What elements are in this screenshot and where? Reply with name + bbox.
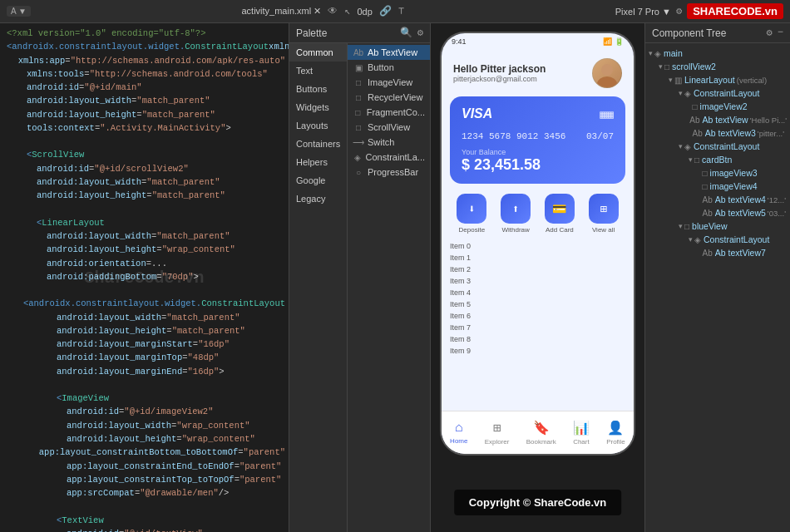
- tree-item-constraintlayout2[interactable]: ▾ ◈ ConstraintLayout: [645, 140, 790, 153]
- balance-label: Your Balance: [462, 148, 614, 156]
- tree-item-label: Ab textView3: [705, 128, 756, 138]
- tree-item-imageview4[interactable]: □ imageView4: [645, 180, 790, 193]
- ab-icon: Ab: [693, 129, 703, 138]
- nav-home[interactable]: ⌂ Home: [450, 421, 467, 445]
- palette-item-progressbar[interactable]: ○ ProgressBar: [348, 165, 430, 180]
- tree-item-label: ConstraintLayout: [694, 88, 759, 98]
- tree-item-label: main: [664, 48, 683, 58]
- category-buttons[interactable]: Buttons: [289, 80, 347, 98]
- card-expiry: 03/07: [586, 131, 614, 141]
- expand-icon: [699, 249, 701, 257]
- palette-item-textview[interactable]: Ab Ab TextView: [348, 45, 430, 60]
- palette-panel: Palette 🔍 ⚙ Common Text Buttons Widgets …: [289, 23, 431, 532]
- tree-item-main[interactable]: ▾ ◈ main: [645, 47, 790, 60]
- expand-icon: [699, 209, 701, 217]
- xml-badge[interactable]: A ▼: [7, 6, 31, 17]
- deposit-icon: ⬇: [457, 194, 486, 224]
- category-widgets[interactable]: Widgets: [289, 98, 347, 116]
- palette-item-scrollview[interactable]: □ ScrollView: [348, 120, 430, 135]
- eye-icon[interactable]: 👁: [328, 5, 338, 17]
- cursor-icon[interactable]: ↖: [344, 5, 350, 17]
- category-common[interactable]: Common: [289, 43, 347, 62]
- tree-item-label: imageView4: [710, 181, 758, 191]
- action-addcard[interactable]: 💳 Add Card: [545, 194, 575, 234]
- palette-item-button[interactable]: ▣ Button: [348, 60, 430, 75]
- palette-item-label: RecyclerView: [368, 92, 422, 102]
- tree-item-textview3[interactable]: Ab Ab textView3 'pitter...': [645, 126, 790, 140]
- card-top: VISA ▦▦: [462, 106, 614, 121]
- component-tree: Component Tree ⚙ − ▾ ◈ main ▾: [644, 23, 790, 532]
- expand-icon: ▾: [649, 49, 653, 57]
- action-deposit[interactable]: ⬇ Deposite: [457, 194, 486, 234]
- link-icon[interactable]: 🔗: [379, 5, 392, 17]
- tree-item-textview4[interactable]: Ab Ab textView4 '12...': [645, 193, 790, 206]
- ab-icon: Ab: [703, 209, 713, 218]
- settings-icon[interactable]: ⚙: [417, 27, 423, 39]
- tree-item-constraintlayout1[interactable]: ▾ ◈ ConstraintLayout: [645, 86, 790, 100]
- category-layouts[interactable]: Layouts: [289, 116, 347, 135]
- list-item: Item 3: [450, 275, 625, 287]
- align-icon[interactable]: ⊤: [398, 5, 404, 17]
- tree-item-textview5[interactable]: Ab Ab textView5 '03...': [645, 206, 790, 219]
- tree-item-textview-hello[interactable]: Ab Ab textView 'Hello Pi...': [645, 113, 790, 126]
- action-viewall[interactable]: ⊞ View all: [589, 194, 619, 234]
- tree-item-linearlayout[interactable]: ▾ ▥ LinearLayout (vertical): [645, 73, 790, 86]
- search-icon[interactable]: 🔍: [400, 27, 412, 39]
- tree-settings-icon[interactable]: ⚙: [767, 27, 773, 39]
- tree-item-label: Ab textView5: [715, 208, 766, 218]
- phone-status-icons: 📶 🔋: [603, 37, 624, 46]
- category-google[interactable]: Google: [289, 171, 347, 190]
- tree-item-blueview[interactable]: ▾ □ blueView: [645, 219, 790, 233]
- palette-item-fragmentcontainer[interactable]: □ FragmentCo...: [348, 105, 430, 120]
- tree-item-imageview3[interactable]: □ imageView3: [645, 166, 790, 180]
- nav-profile[interactable]: 👤 Profile: [606, 420, 625, 446]
- avatar-image: [593, 59, 621, 87]
- tree-item-constraintlayout3[interactable]: ▾ ◈ ConstraintLayout: [645, 233, 790, 246]
- list-item: Item 9: [450, 345, 625, 357]
- device-label[interactable]: Pixel 7 Pro ▼: [615, 7, 671, 17]
- tree-item-label: blueView: [692, 221, 727, 231]
- palette-item-constraintlayout[interactable]: ◈ ConstraintLa...: [348, 150, 430, 165]
- file-label[interactable]: activity_main.xml ✕: [241, 6, 321, 17]
- code-line: [0, 500, 289, 513]
- code-content[interactable]: <?xml version="1.0" encoding="utf-8"?> <…: [0, 23, 289, 532]
- greeting-email: pitterjackson@gmail.com: [453, 75, 546, 83]
- ab-icon: Ab: [689, 116, 699, 125]
- code-line: app:layout_constraintEnd_toEndOf="parent…: [0, 460, 289, 473]
- tree-item-cardbtn[interactable]: ▾ □ cardBtn: [645, 153, 790, 166]
- tree-item-label: imageView3: [710, 168, 758, 178]
- constraint-icon: ◈: [684, 142, 691, 151]
- category-legacy[interactable]: Legacy: [289, 190, 347, 208]
- code-line: android:layout_height="match_parent": [0, 189, 289, 202]
- palette-item-recyclerview[interactable]: □ RecyclerView: [348, 90, 430, 105]
- palette-item-label: Ab TextView: [368, 47, 417, 57]
- tree-item-textview7[interactable]: Ab Ab textView7: [645, 246, 790, 259]
- linearlayout-icon: ▥: [674, 76, 682, 85]
- nav-explorer[interactable]: ⊞ Explorer: [485, 420, 510, 446]
- view-icon: □: [684, 222, 689, 231]
- category-text[interactable]: Text: [289, 62, 347, 80]
- code-line: android:layout_width="match_parent": [0, 311, 289, 324]
- expand-icon: ▾: [689, 155, 693, 164]
- palette-item-imageview[interactable]: □ ImageView: [348, 75, 430, 90]
- tree-collapse-icon[interactable]: −: [778, 27, 783, 39]
- tree-item-label: cardBtn: [702, 155, 732, 165]
- top-bar-left: A ▼: [7, 6, 31, 17]
- category-containers[interactable]: Containers: [289, 135, 347, 153]
- expand-icon: ▾: [679, 142, 683, 150]
- tree-item-scrollview[interactable]: ▾ □ scrollView2: [645, 60, 790, 73]
- category-helpers[interactable]: Helpers: [289, 153, 347, 171]
- palette-item-switch[interactable]: ⟶ Switch: [348, 135, 430, 150]
- phone-actions: ⬇ Deposite ⬆ Withdraw 💳 Add Card: [442, 187, 634, 240]
- code-line: android:layout_height="match_parent": [0, 108, 289, 121]
- settings-icon[interactable]: ⚙: [676, 5, 682, 17]
- expand-icon: [689, 129, 691, 137]
- code-line: app:layout_constraintTop_toTopOf="parent…: [0, 473, 289, 486]
- expand-icon: [699, 169, 701, 177]
- tree-item-imageview2[interactable]: □ imageView2: [645, 100, 790, 113]
- nav-bookmark[interactable]: 🔖 Bookmark: [526, 420, 556, 446]
- action-withdraw[interactable]: ⬆ Withdraw: [501, 194, 531, 234]
- nav-chart[interactable]: 📊 Chart: [573, 420, 590, 446]
- list-item: Item 0: [450, 240, 625, 252]
- dp-value[interactable]: 0dp: [358, 7, 373, 17]
